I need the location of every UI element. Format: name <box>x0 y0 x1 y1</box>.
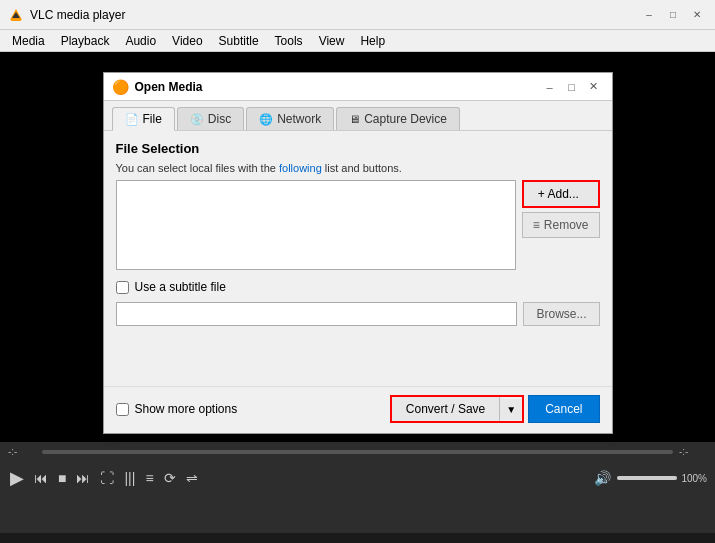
window-controls: – □ ✕ <box>639 5 707 25</box>
cancel-button[interactable]: Cancel <box>528 395 599 423</box>
convert-save-dropdown-button[interactable]: ▼ <box>500 399 522 420</box>
time-end: -:- <box>679 446 707 457</box>
volume-fill <box>617 476 677 480</box>
subtitle-file-row: Browse... <box>116 302 600 326</box>
file-selection-title: File Selection <box>116 141 600 156</box>
tab-capture-device[interactable]: 🖥 Capture Device <box>336 107 460 130</box>
tab-capture-label: Capture Device <box>364 112 447 126</box>
shuffle-button[interactable]: ⇌ <box>184 468 200 488</box>
dialog-tabs: 📄 File 💿 Disc 🌐 Network 🖥 Capture Device <box>104 101 612 131</box>
network-tab-icon: 🌐 <box>259 113 273 126</box>
subtitle-file-input[interactable] <box>116 302 518 326</box>
minimize-button[interactable]: – <box>639 5 659 25</box>
fullscreen-button[interactable]: ⛶ <box>98 468 116 488</box>
vlc-app-icon <box>8 7 24 23</box>
menu-item-playback[interactable]: Playback <box>53 32 118 50</box>
menu-bar: Media Playback Audio Video Subtitle Tool… <box>0 30 715 52</box>
volume-label: 100% <box>681 473 707 484</box>
dialog-close-button[interactable]: ✕ <box>584 77 604 97</box>
menu-item-tools[interactable]: Tools <box>267 32 311 50</box>
open-media-dialog: 🟠 Open Media – □ ✕ 📄 File 💿 Disc <box>103 72 613 434</box>
cancel-label: Cancel <box>545 402 582 416</box>
file-buttons: + Add... ≡ Remove <box>522 180 600 270</box>
file-selection-area: + Add... ≡ Remove <box>116 180 600 270</box>
desc-highlight: following <box>279 162 322 174</box>
convert-save-button[interactable]: Convert / Save <box>392 397 500 421</box>
menu-item-view[interactable]: View <box>311 32 353 50</box>
dialog-title: Open Media <box>135 80 540 94</box>
file-list-box <box>116 180 516 270</box>
dialog-body: File Selection You can select local file… <box>104 131 612 386</box>
loop-button[interactable]: ⟳ <box>162 468 178 488</box>
stop-button[interactable]: ■ <box>56 468 68 488</box>
tab-disc[interactable]: 💿 Disc <box>177 107 244 130</box>
capture-tab-icon: 🖥 <box>349 113 360 125</box>
disc-tab-icon: 💿 <box>190 113 204 126</box>
dialog-title-bar: 🟠 Open Media – □ ✕ <box>104 73 612 101</box>
dropdown-arrow-icon: ▼ <box>506 404 516 415</box>
time-start: -:- <box>8 446 36 457</box>
menu-item-subtitle[interactable]: Subtitle <box>211 32 267 50</box>
dialog-minimize-button[interactable]: – <box>540 77 560 97</box>
menu-item-video[interactable]: Video <box>164 32 210 50</box>
browse-button[interactable]: Browse... <box>523 302 599 326</box>
show-more-options-label: Show more options <box>135 402 238 416</box>
app-title: VLC media player <box>30 8 639 22</box>
svg-rect-2 <box>11 19 21 21</box>
vlc-bottom-bar: -:- -:- ▶ ⏮ ■ ⏭ ⛶ ||| ≡ ⟳ ⇌ 🔊 100% <box>0 442 715 533</box>
volume-track[interactable] <box>617 476 677 480</box>
close-button[interactable]: ✕ <box>687 5 707 25</box>
tab-network[interactable]: 🌐 Network <box>246 107 334 130</box>
dialog-spacer <box>116 336 600 376</box>
menu-item-help[interactable]: Help <box>352 32 393 50</box>
desc-suffix: list and buttons. <box>322 162 402 174</box>
skip-forward-button[interactable]: ⏭ <box>74 468 92 488</box>
subtitle-checkbox-label: Use a subtitle file <box>135 280 226 294</box>
dialog-footer: Show more options Convert / Save ▼ Cance… <box>104 386 612 433</box>
subtitle-checkbox[interactable] <box>116 281 129 294</box>
tab-file[interactable]: 📄 File <box>112 107 175 131</box>
dialog-overlay: 🟠 Open Media – □ ✕ 📄 File 💿 Disc <box>0 52 715 442</box>
browse-button-label: Browse... <box>536 307 586 321</box>
remove-button-label: Remove <box>544 218 589 232</box>
add-button[interactable]: + Add... <box>522 180 600 208</box>
tab-disc-label: Disc <box>208 112 231 126</box>
progress-bar-container: -:- -:- <box>0 442 715 461</box>
toggle-controls-button[interactable]: ||| <box>122 468 137 488</box>
vlc-title-bar: VLC media player – □ ✕ <box>0 0 715 30</box>
vlc-main-content: 🟠 Open Media – □ ✕ 📄 File 💿 Disc <box>0 52 715 442</box>
footer-buttons: Convert / Save ▼ Cancel <box>390 395 600 423</box>
volume-section: 🔊 100% <box>592 468 707 488</box>
convert-save-button-group: Convert / Save ▼ <box>390 395 524 423</box>
show-more-options-checkbox[interactable] <box>116 403 129 416</box>
add-button-label: + Add... <box>538 187 579 201</box>
desc-prefix: You can select local files with the <box>116 162 279 174</box>
convert-save-label: Convert / Save <box>406 402 485 416</box>
dialog-window-controls: – □ ✕ <box>540 77 604 97</box>
file-selection-description: You can select local files with the foll… <box>116 162 600 174</box>
volume-icon[interactable]: 🔊 <box>592 468 613 488</box>
playlist-button[interactable]: ≡ <box>143 468 155 488</box>
menu-item-audio[interactable]: Audio <box>117 32 164 50</box>
tab-file-label: File <box>143 112 162 126</box>
menu-item-media[interactable]: Media <box>4 32 53 50</box>
skip-back-button[interactable]: ⏮ <box>32 468 50 488</box>
tab-network-label: Network <box>277 112 321 126</box>
remove-icon: ≡ <box>533 218 540 232</box>
remove-button[interactable]: ≡ Remove <box>522 212 600 238</box>
maximize-button[interactable]: □ <box>663 5 683 25</box>
playback-controls: ▶ ⏮ ■ ⏭ ⛶ ||| ≡ ⟳ ⇌ 🔊 100% <box>0 461 715 495</box>
play-button[interactable]: ▶ <box>8 465 26 491</box>
dialog-maximize-button[interactable]: □ <box>562 77 582 97</box>
dialog-icon: 🟠 <box>112 79 129 95</box>
file-tab-icon: 📄 <box>125 113 139 126</box>
progress-track[interactable] <box>42 450 673 454</box>
subtitle-row: Use a subtitle file <box>116 280 600 294</box>
show-more-options-container: Show more options <box>116 402 390 416</box>
